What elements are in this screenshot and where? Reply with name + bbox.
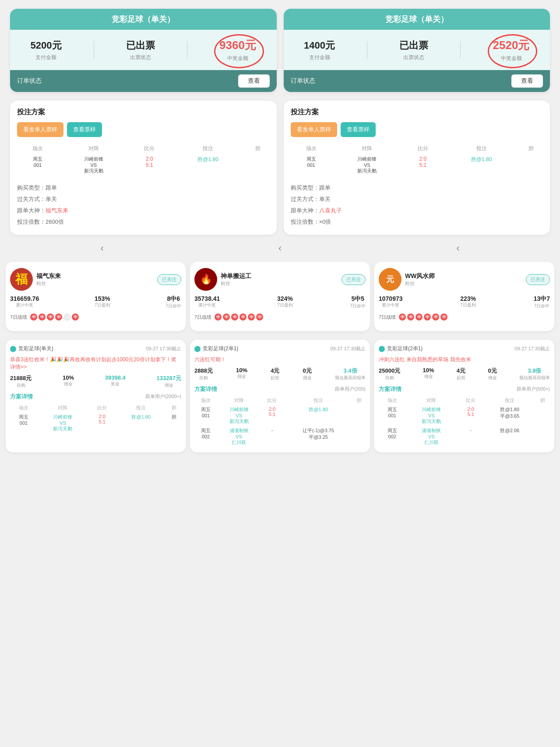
mini-col-dan-2: 胆 [353,396,366,405]
col-score-2: 比分 [402,143,444,154]
plan-type-icon-1 [10,346,16,352]
order-status-2: 订单状态 [291,77,315,85]
mini-cell-dan [353,405,366,426]
divider-2 [187,41,187,59]
plan-detail-header-2: 方案详情 跟单用户(205) [194,385,366,393]
expert-fans-3: 粉丝 [405,280,526,287]
plan-amount-zero-lbl-2: 佣金 [303,375,312,381]
bet-plan-section: 投注方案 看发单人票样 查看票样 场次 对阵 比分 投注 胆 周五 001 川崎… [0,96,560,239]
payment-label-2: 支付金额 [304,54,335,61]
status-block-2: 已出票 出票状态 [399,39,428,61]
payment-block-2: 1400元 支付金额 [304,39,335,61]
mini-cell-bet: 胜@1.80 [283,405,353,426]
expert-name-1: 福气东来 [36,272,157,280]
plan-amount-start-3: 4元 起投 [457,367,465,381]
mini-table-2: 场次 对阵 比分 投注 胆 周五 001 川崎前锋 VS 新泻天鹅 2:0 5:… [194,396,366,447]
plan-card-header-3: 竞彩足球(2串1) 09-27 17:30截止 [379,345,550,352]
dot-1-1: 中 [30,314,37,321]
stat-profit-label-1: 7日盈利 [95,302,110,308]
plan-amount-self-val-3: 25000元 [379,367,400,375]
col-bet-1: 投注 [170,143,246,154]
plan-amount-total-1: 133287元 佣金 [157,374,181,388]
cell-score: 2:0 5:1 [129,154,170,176]
plan-deadline-2: 09-27 17:30截止 [330,345,366,352]
plan-type-label-2: 竞彩足球(2串1) [203,345,238,352]
view-sample-btn-1[interactable]: 查看票样 [67,122,102,137]
plan-rate-lbl-2: 预估最高回报率 [335,375,366,381]
arrow-left-2[interactable]: ‹ [278,243,282,254]
dot-3-5: 中 [432,314,439,321]
mini-col-bet-2: 投注 [283,396,353,405]
mini-col-score-2: 比分 [261,396,283,405]
plan-deadline-3: 09-27 17:30截止 [514,345,550,352]
plan-deadline-1: 09-27 17:30截止 [146,345,181,352]
mini-col-bet-3: 投注 [484,396,535,405]
ticket-sample-btn-1[interactable]: 看发单人票样 [17,122,63,137]
lottery-card-1-header: 竞彩足球（单关） [10,9,277,30]
multiplier-1: 投注倍数：2600倍 [17,216,270,228]
follow-btn-2[interactable]: 已关注 [342,274,366,285]
plan-amounts-1: 21888元 自购 10% 佣金 39398.4 奖金 133287元 佣金 [10,374,181,388]
plan-type-label-3: 竞彩足球(2串1) [387,345,423,352]
arrow-left-1[interactable]: ‹ [101,243,104,254]
stat-prize-value-2: 35738.41 [194,295,220,302]
prize-block-1: 9360元 中奖金额 [219,38,256,62]
bet-plan-card-2: 投注方案 看发单人票样 查看票样 场次 对阵 比分 投注 胆 周五 001 川崎… [284,101,550,235]
battle-record-1: 7日战绩 中 中 中 中 中 [10,314,181,321]
mini-cell-score: - [261,426,283,447]
expert-header-3: 元 WW风水师 粉丝 已关注 [379,268,550,291]
multiplier-2: 投注倍数：×0倍 [291,216,543,228]
plan-amount-fee-lbl-1: 佣金 [63,381,74,387]
expert-header-1: 福 福气东来 粉丝 已关注 [10,268,181,291]
plan-rate-3: 3.8倍 预估最高回报率 [519,367,550,381]
view-sample-btn-2[interactable]: 查看票样 [341,122,376,137]
expert-card-3: 元 WW风水师 粉丝 已关注 1070973 累计中奖 223% 7日盈利 13… [374,262,554,331]
plan-amount-self-2: 2888元 自购 [194,367,213,381]
dot-1-5 [63,314,70,321]
mini-cell-bet: 胜@1.80 平@3.65 [484,405,535,426]
dot-3-2: 中 [407,314,414,321]
mini-cell-bet: 胜@2.06 [484,426,535,447]
top-lottery-section: 竞彩足球（单关） 5200元 支付金额 已出票 出票状态 9360元 中奖金额 … [0,0,560,96]
pass-type-2: 过关方式：单关 [291,194,543,205]
mini-cell-session: 周五 001 [10,412,37,433]
dot-1-6: 中 [72,314,79,321]
lottery-card-2-amounts: 1400元 支付金额 已出票 出票状态 2520元 中奖金额 [284,30,550,67]
battle-label-1: 7日战绩 [10,314,27,321]
divider-3 [367,41,367,59]
mini-col-dan-3: 胆 [535,396,550,405]
view-button-2[interactable]: 查看 [511,74,543,88]
dot-2-3: 中 [231,314,238,321]
col-dan-2: 胆 [519,143,543,154]
bet-plan-title-1: 投注方案 [17,108,270,117]
plan-amount-total-lbl-1: 佣金 [157,382,181,388]
plan-follow-users-3: 跟单用户(500+) [517,386,550,392]
mini-cell-score: 2:0 5:1 [457,405,484,426]
divider-1 [94,41,94,59]
view-button-1[interactable]: 查看 [238,74,270,88]
ticket-sample-btn-2[interactable]: 看发单人票样 [291,122,337,137]
lottery-card-1: 竞彩足球（单关） 5200元 支付金额 已出票 出票状态 9360元 中奖金额 … [10,9,277,92]
stat-hit-label-2: 7日命中 [350,303,366,309]
follow-btn-1[interactable]: 已关注 [157,274,181,285]
mini-col-score-3: 比分 [457,396,484,405]
stat-prize-value-1: 316659.76 [10,295,39,302]
arrow-left-3[interactable]: ‹ [456,243,459,254]
follow-btn-3[interactable]: 已关注 [526,274,550,285]
status-block-1: 已出票 出票状态 [126,39,155,61]
stat-hit-value-1: 8中6 [166,295,181,303]
col-session-2: 场次 [291,143,332,154]
cell-match: 川崎前锋 VS 新泻天鹅 [58,154,129,176]
mini-cell-bet: 胜@1.80 [116,412,167,433]
plan-amount-zero-2: 0元 佣金 [303,367,312,381]
god-prefix-1: 跟单大神： [17,207,46,214]
plan-amount-fee-1: 10% 佣金 [63,374,74,388]
expert-info-3: WW风水师 粉丝 [405,272,526,287]
mini-table-row: 周五 002 浦项制铁 VS 仁川联 - 让平(-1)@3.75 平@3.25 [194,426,366,447]
plan-card-1: 竞彩足球(单关) 09-27 17:30截止 恭喜3连红收米！🎉🎉🎉再收再收有计… [6,340,186,452]
expert-header-2: 🔥 神单搬运工 粉丝 已关注 [194,268,366,291]
table-row: 周五 001 川崎前锋 VS 新泻天鹅 2:0 5:1 胜@1.80 [291,154,543,176]
expert-stats-1: 316659.76 累计中奖 153% 7日盈利 8中6 7日命中 [10,295,181,309]
col-score-1: 比分 [129,143,170,154]
expert-avatar-1: 福 [10,268,33,291]
